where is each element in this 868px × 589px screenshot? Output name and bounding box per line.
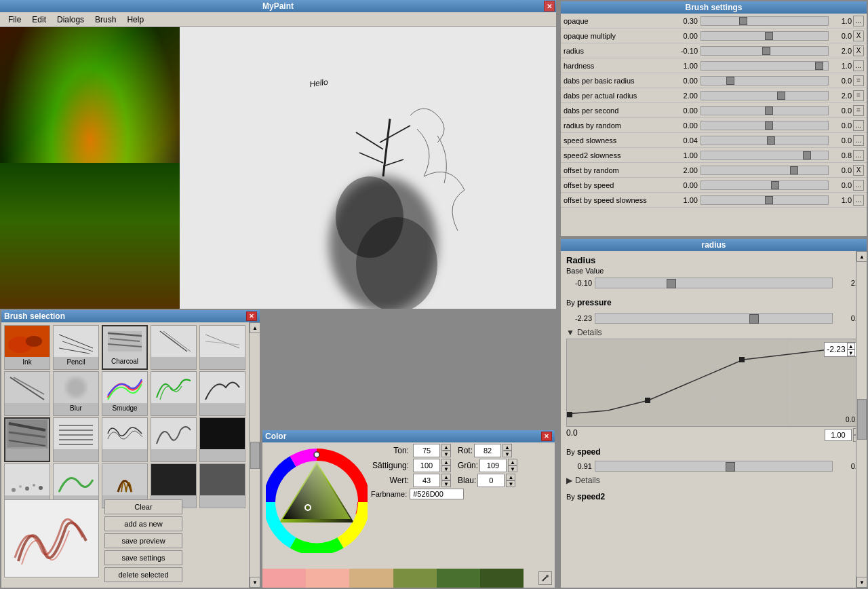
brush-scroll-down[interactable]: ▼ xyxy=(250,577,260,588)
speed2-slow-btn[interactable]: ... xyxy=(853,150,864,161)
hardness-btn[interactable]: ... xyxy=(853,60,864,71)
sattigung-down[interactable]: ▼ xyxy=(441,466,451,472)
canvas-drawing[interactable]: Hello xyxy=(180,27,556,309)
blau-input[interactable] xyxy=(477,474,505,487)
offset-speed-slider[interactable] xyxy=(701,180,829,190)
dabs-basic-slider[interactable] xyxy=(701,76,829,86)
brush-cell-6[interactable] xyxy=(4,371,50,416)
farbname-input[interactable] xyxy=(410,489,464,499)
details-toggle[interactable]: ▼ Details xyxy=(561,326,867,339)
blau-down[interactable]: ▼ xyxy=(506,480,515,487)
rot-input[interactable] xyxy=(474,444,501,457)
wert-down[interactable]: ▼ xyxy=(441,480,451,487)
brush-cell-sel3[interactable] xyxy=(102,417,148,462)
radius-scrollbar[interactable]: ▲ ▼ xyxy=(856,251,867,588)
menu-dialogs[interactable]: Dialogs xyxy=(52,14,90,26)
offset-speed-slow-slider[interactable] xyxy=(701,195,829,205)
blau-arrows[interactable]: ▲ ▼ xyxy=(506,474,515,487)
radius-random-btn[interactable]: ... xyxy=(853,120,864,131)
brush-scroll-thumb[interactable] xyxy=(250,442,260,469)
dabs-second-slider[interactable] xyxy=(701,106,829,115)
grun-arrows[interactable]: ▲ ▼ xyxy=(508,459,517,472)
wert-up[interactable]: ▲ xyxy=(441,474,451,480)
graph-area[interactable]: -2.23 ▲ ▼ 0.0 xyxy=(566,339,861,427)
grun-up[interactable]: ▲ xyxy=(508,459,517,466)
close-button[interactable]: ✕ xyxy=(544,1,555,12)
speed2-slow-slider[interactable] xyxy=(701,151,829,160)
brush-cell-sel4[interactable] xyxy=(151,417,197,462)
scroll-thumb[interactable] xyxy=(857,399,867,440)
menu-help[interactable]: Help xyxy=(121,14,149,26)
menu-file[interactable]: File xyxy=(3,14,26,26)
menu-edit[interactable]: Edit xyxy=(26,14,52,26)
speed-slow-btn[interactable]: ... xyxy=(853,135,864,146)
swatch-pink[interactable] xyxy=(262,569,306,588)
brush-cell-smudge[interactable]: Smudge xyxy=(102,371,148,416)
dabs-actual-slider[interactable] xyxy=(701,91,829,100)
brush-cell-ink[interactable]: Ink xyxy=(4,325,50,370)
offset-random-slider[interactable] xyxy=(701,166,829,175)
scroll-up-btn[interactable]: ▲ xyxy=(856,251,867,262)
sattigung-input[interactable] xyxy=(413,459,440,472)
canvas-area[interactable]: Hello xyxy=(0,27,556,309)
brush-cell-charcoal[interactable]: Charcoal xyxy=(102,325,148,370)
grun-down[interactable]: ▼ xyxy=(508,466,517,472)
dabs-basic-btn[interactable]: = xyxy=(853,75,864,86)
swatch-dark-green[interactable] xyxy=(480,569,524,588)
brush-panel-close[interactable]: ✕ xyxy=(246,311,257,321)
brush-scroll-up[interactable]: ▲ xyxy=(250,322,260,333)
graph-val-down[interactable]: ▼ xyxy=(847,349,855,356)
wert-input[interactable] xyxy=(413,474,440,487)
swatch-salmon[interactable] xyxy=(306,569,349,588)
swatch-green[interactable] xyxy=(437,569,480,588)
swatch-olive[interactable] xyxy=(393,569,437,588)
clear-button[interactable]: Clear xyxy=(104,499,182,514)
offset-random-btn[interactable]: X xyxy=(853,165,864,176)
brush-cell-8[interactable] xyxy=(151,371,197,416)
wert-arrows[interactable]: ▲ ▼ xyxy=(441,474,451,487)
rot-up[interactable]: ▲ xyxy=(502,444,512,451)
delete-selected-button[interactable]: delete selected xyxy=(104,567,182,582)
scroll-down-btn[interactable]: ▼ xyxy=(856,577,867,588)
graph-bottom-right-input[interactable] xyxy=(825,429,852,441)
sattigung-up[interactable]: ▲ xyxy=(441,459,451,466)
brush-cell-pencil[interactable]: Pencil xyxy=(53,325,99,370)
rot-arrows[interactable]: ▲ ▼ xyxy=(502,444,512,457)
grun-input[interactable] xyxy=(479,459,507,472)
brush-scrollbar[interactable]: ▲ ▼ xyxy=(249,322,260,588)
opaque-multiply-btn[interactable]: X xyxy=(853,31,864,41)
dabs-second-btn[interactable]: = xyxy=(853,105,864,116)
radius-random-slider[interactable] xyxy=(701,121,829,130)
brush-cell-9[interactable] xyxy=(199,371,245,416)
brush-cell-4[interactable] xyxy=(151,325,197,370)
ton-down[interactable]: ▼ xyxy=(441,451,451,457)
speed-slow-slider[interactable] xyxy=(701,136,829,145)
brush-cell-sel5[interactable] xyxy=(199,417,245,462)
menu-brush[interactable]: Brush xyxy=(90,14,121,26)
brush-cell-5[interactable] xyxy=(199,325,245,370)
ton-arrows[interactable]: ▲ ▼ xyxy=(441,444,451,457)
brush-cell-blur[interactable]: Blur xyxy=(53,371,99,416)
opaque-slider[interactable] xyxy=(701,16,829,26)
opaque-multiply-slider[interactable] xyxy=(701,31,829,41)
save-preview-button[interactable]: save preview xyxy=(104,533,182,548)
radius-btn[interactable]: X xyxy=(853,45,864,56)
brush-cell-sel2[interactable] xyxy=(53,417,99,462)
brush-cell-sel1[interactable] xyxy=(4,417,50,462)
ton-up[interactable]: ▲ xyxy=(441,444,451,451)
details2-toggle[interactable]: ▶ Details xyxy=(566,474,861,487)
color-wheel-svg[interactable] xyxy=(266,448,368,553)
rot-down[interactable]: ▼ xyxy=(502,451,512,457)
speed-slider[interactable] xyxy=(595,461,833,472)
eyedropper-button[interactable] xyxy=(538,571,552,585)
graph-val-up[interactable]: ▲ xyxy=(847,343,855,349)
swatch-tan[interactable] xyxy=(349,569,393,588)
color-panel-close[interactable]: ✕ xyxy=(541,432,552,441)
offset-speed-slow-btn[interactable]: ... xyxy=(853,195,864,206)
offset-speed-btn[interactable]: ... xyxy=(853,180,864,191)
pressure-slider[interactable] xyxy=(595,313,833,324)
radius-slider[interactable] xyxy=(701,46,829,56)
hardness-slider[interactable] xyxy=(701,61,829,71)
opaque-btn[interactable]: ... xyxy=(853,16,864,26)
dabs-actual-btn[interactable]: = xyxy=(853,90,864,101)
